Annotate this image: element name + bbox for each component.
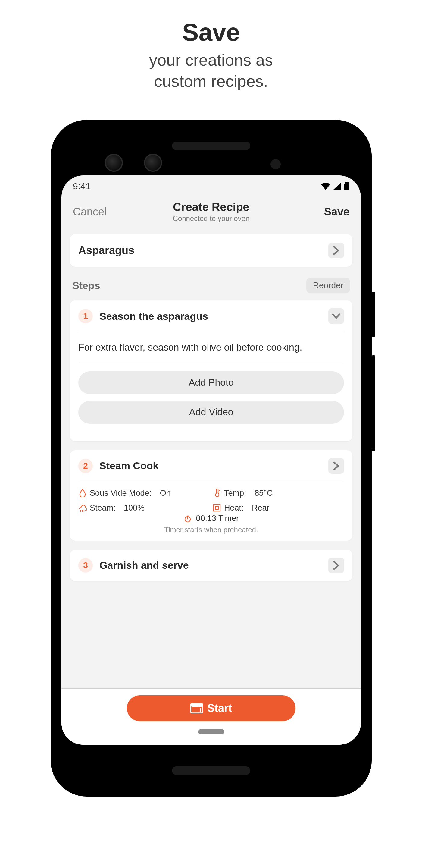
heat-value: Rear (252, 503, 269, 513)
promo-sub-line2: custom recipes. (154, 72, 268, 90)
sous-vide-setting: Sous Vide Mode: On (78, 489, 209, 498)
promo-sub-line1: your creations as (149, 51, 273, 69)
step-title: Steam Cook (99, 460, 322, 472)
steps-label: Steps (72, 280, 100, 291)
start-label: Start (207, 702, 232, 715)
chevron-down-icon[interactable] (328, 308, 344, 324)
phone-volume-button (372, 355, 375, 452)
steam-icon (78, 504, 87, 512)
phone-speaker (172, 767, 250, 775)
step-header[interactable]: 3 Garnish and serve (70, 550, 352, 581)
cellular-icon (333, 183, 341, 190)
svg-rect-7 (214, 504, 220, 511)
heat-element-icon (213, 504, 221, 512)
phone-camera-icon (144, 154, 162, 172)
nav-title-wrap: Create Recipe Connected to your oven (173, 201, 250, 223)
step-header[interactable]: 2 Steam Cook (70, 450, 352, 482)
temp-value: 85°C (255, 489, 272, 498)
app-nav: Cancel Create Recipe Connected to your o… (61, 197, 361, 228)
steam-value: 100% (124, 503, 144, 513)
thermometer-icon (213, 489, 221, 498)
chevron-right-icon[interactable] (328, 458, 344, 474)
step-header[interactable]: 1 Season the asparagus (70, 301, 352, 332)
oven-icon (190, 703, 203, 713)
phone-sensor-icon (270, 159, 281, 169)
cancel-button[interactable]: Cancel (73, 206, 107, 218)
steam-setting: Steam: 100% (78, 503, 209, 513)
status-time: 9:41 (73, 181, 90, 191)
chevron-right-icon[interactable] (328, 243, 344, 258)
app-screen: 9:41 Cancel Create Recipe Connected to y… (61, 176, 361, 745)
phone-earpiece (172, 142, 250, 150)
svg-rect-13 (191, 704, 203, 707)
step-title: Season the asparagus (99, 310, 322, 322)
temp-setting: Temp: 85°C (213, 489, 344, 498)
timer-row: 00:13 Timer (70, 514, 352, 525)
phone-power-button (372, 292, 375, 337)
cook-settings: Sous Vide Mode: On Temp: 85°C Steam: 100… (70, 482, 352, 514)
step-card: 3 Garnish and serve (70, 550, 352, 581)
add-photo-button[interactable]: Add Photo (78, 371, 344, 394)
timer-icon (184, 516, 192, 523)
step-title: Garnish and serve (99, 559, 322, 571)
chevron-right-icon[interactable] (328, 558, 344, 573)
timer-label: 00:13 Timer (196, 514, 239, 523)
start-button[interactable]: Start (127, 695, 295, 721)
steps-section-header: Steps Reorder (72, 278, 350, 293)
temp-label: Temp: (224, 489, 247, 498)
recipe-name: Asparagus (78, 244, 134, 257)
svg-rect-1 (344, 184, 349, 190)
steam-label: Steam: (90, 503, 116, 513)
home-indicator[interactable] (198, 729, 224, 735)
step-description: For extra flavor, season with olive oil … (78, 341, 344, 354)
svg-rect-8 (215, 506, 218, 509)
heat-setting: Heat: Rear (213, 503, 344, 513)
wifi-icon (321, 183, 330, 190)
save-button[interactable]: Save (324, 206, 349, 218)
droplet-icon (78, 489, 87, 497)
sous-vide-value: On (160, 489, 171, 498)
step-number-badge: 1 (78, 309, 93, 323)
status-bar: 9:41 (61, 176, 361, 197)
svg-rect-0 (345, 182, 349, 184)
step-number-badge: 2 (78, 459, 93, 473)
phone-camera-icon (105, 154, 123, 172)
recipe-name-row[interactable]: Asparagus (70, 234, 352, 267)
promo-subtitle: your creations as custom recipes. (0, 50, 422, 92)
screen-title: Create Recipe (173, 201, 250, 214)
battery-icon (344, 182, 349, 190)
screen-subtitle: Connected to your oven (173, 214, 250, 223)
reorder-button[interactable]: Reorder (306, 278, 350, 293)
step-card: 2 Steam Cook Sous Vide Mode: On (70, 450, 352, 541)
step-body: For extra flavor, season with olive oil … (70, 332, 352, 441)
promo-header: Save your creations as custom recipes. (0, 0, 422, 92)
content-scroll[interactable]: Asparagus Steps Reorder 1 Season the asp… (61, 228, 361, 688)
step-number-badge: 3 (78, 558, 93, 572)
timer-note: Timer starts when preheated. (70, 525, 352, 541)
add-video-button[interactable]: Add Video (78, 401, 344, 424)
phone-frame: 9:41 Cancel Create Recipe Connected to y… (51, 120, 372, 797)
promo-title: Save (0, 18, 422, 46)
step-card: 1 Season the asparagus For extra flavor,… (70, 301, 352, 441)
heat-label: Heat: (224, 503, 244, 513)
bottom-action-bar: Start (61, 688, 361, 745)
sous-vide-label: Sous Vide Mode: (90, 489, 152, 498)
divider (78, 363, 344, 364)
